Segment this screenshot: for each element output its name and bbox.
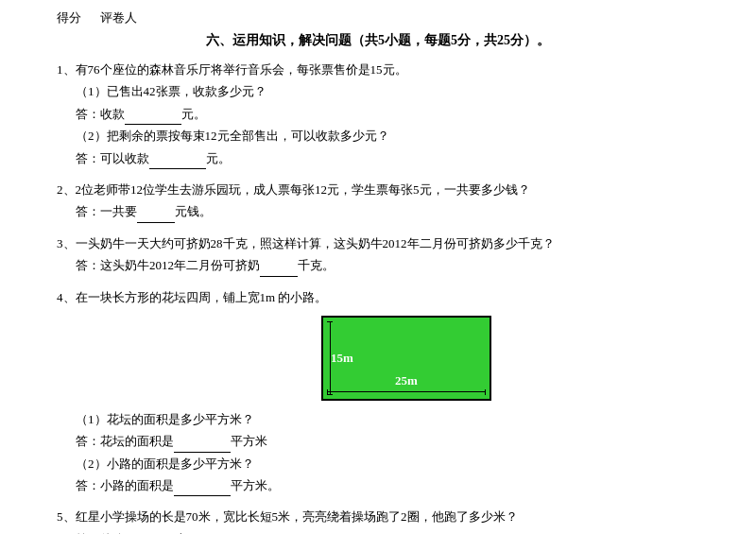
problem-1-sub-2: （2）把剩余的票按每束12元全部售出，可以收款多少元？ [76,125,699,146]
problem-3-answer: 答：这头奶牛2012年二月份可挤奶千克。 [76,254,699,276]
problem-4-answer-2: 答：小路的面积是平方米。 [76,474,699,496]
problem-4: 4、在一块长方形的花坛四周，铺上宽1m 的小路。 15m 25m （1）花坛的面… [57,286,699,497]
rectangle-diagram: 15m 25m [321,316,491,401]
problem-1-sub-1: （1）已售出42张票，收款多少元？ [76,80,699,102]
problem-3: 3、一头奶牛一天大约可挤奶28千克，照这样计算，这头奶牛2012年二月份可挤奶多… [57,233,699,277]
header: 得分 评卷人 [57,9,699,26]
problem-5-text: 5、红星小学操场的长是70米，宽比长短5米，亮亮绕着操场跑了2圈，他跑了多少米？ [57,506,699,527]
problem-4-text: 4、在一块长方形的花坛四周，铺上宽1m 的小路。 [57,286,699,308]
problem-1-answer-2: 答：可以收款元。 [76,147,699,169]
problem-4-sub-1: （1）花坛的面积是多少平方米？ [76,408,699,430]
problem-3-text: 3、一头奶牛一天大约可挤奶28千克，照这样计算，这头奶牛2012年二月份可挤奶多… [57,233,699,254]
reviewer-label: 评卷人 [100,10,137,25]
problem-2-text: 2、2位老师带12位学生去游乐园玩，成人票每张12元，学生票每张5元，一共要多少… [57,179,699,200]
answer-blank [149,168,206,169]
problem-1: 1、有76个座位的森林音乐厅将举行音乐会，每张票售价是15元。 （1）已售出42… [57,59,699,169]
problem-4-answer-1: 答：花坛的面积是平方米 [76,430,699,452]
problem-2-answer: 答：一共要元钱。 [76,200,699,222]
problem-2: 2、2位老师带12位学生去游乐园玩，成人票每张12元，学生票每张5元，一共要多少… [57,179,699,223]
problem-5-answer: 答：他跑了米。 [76,528,699,534]
section-title: 六、运用知识，解决问题（共5小题，每题5分，共25分）。 [57,32,699,49]
answer-blank [137,222,175,223]
problem-1-answer-1: 答：收款元。 [76,103,699,125]
rect-width-label: 25m [395,370,418,391]
problem-1-text: 1、有76个座位的森林音乐厅将举行音乐会，每张票售价是15元。 [57,59,699,80]
answer-blank [174,495,231,496]
score-section: 得分 评卷人 [57,9,137,26]
rect-height-label: 15m [331,347,353,369]
problem-5: 5、红星小学操场的长是70米，宽比长短5米，亮亮绕着操场跑了2圈，他跑了多少米？… [57,506,699,534]
answer-blank [260,276,298,277]
score-label: 得分 [57,10,81,25]
problem-4-sub-2: （2）小路的面积是多少平方米？ [76,453,699,474]
